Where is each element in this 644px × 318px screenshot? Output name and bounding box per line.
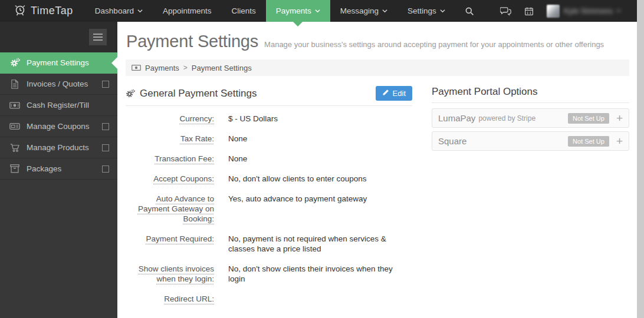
gears-icon [126,89,135,98]
nav-item-dashboard[interactable]: Dashboard [85,0,153,22]
general-settings-heading: General Payment Settings [126,88,257,100]
main-content: Payment Settings Manage your business's … [117,22,637,318]
plus-icon[interactable]: + [616,112,623,124]
avatar [547,5,560,18]
breadcrumb: Payments > Payment Settings [126,59,629,76]
sidebar-header [0,22,117,52]
chevron-down-icon [315,8,320,14]
sidebar: Payment Settings Invoices / Quotes Cash … [0,22,117,318]
field-show-invoices: Show clients invoices when they login: N… [126,264,412,284]
cash-icon [132,64,141,71]
field-label[interactable]: Currency: [126,114,214,124]
vertical-scrollbar[interactable] [637,0,644,318]
page-subtitle: Manage your business's settings around a… [264,40,604,49]
general-settings-fields: Currency: $ - US Dollars Tax Rate: None … [126,114,412,304]
popout-checkbox-icon[interactable] [102,123,109,130]
sidebar-item-packages[interactable]: Packages [0,158,117,180]
status-badge: Not Set Up [568,113,609,124]
brand-logo[interactable]: TimeTap [0,0,85,22]
breadcrumb-separator: > [183,64,188,72]
sidebar-item-manage-products[interactable]: Manage Products [0,137,117,158]
portal-suffix: powered by Stripe [478,114,535,122]
page: TimeTap Dashboard Appointments Clients P… [0,0,644,318]
gears-icon [8,58,21,68]
payment-portal-panel: Payment Portal Options LumaPay powered b… [432,86,629,314]
nav-item-settings[interactable]: Settings [397,0,455,22]
chevron-down-icon [382,8,387,14]
field-accept-coupons: Accept Coupons: No, don't allow clients … [126,174,412,184]
nav-menu: Dashboard Appointments Clients Payments … [85,0,455,22]
cart-icon [8,143,21,153]
calendar-icon[interactable] [524,6,534,16]
top-navbar: TimeTap Dashboard Appointments Clients P… [0,0,637,22]
user-menu[interactable]: Kyle Simmons [547,5,622,18]
field-value: None [228,154,247,164]
sidebar-item-manage-coupons[interactable]: Manage Coupons [0,116,117,137]
chevron-down-icon [616,8,622,14]
timetap-clock-icon [13,3,27,19]
payment-portal-heading: Payment Portal Options [432,86,538,98]
portal-name: Square [438,136,466,146]
field-label[interactable]: Auto Advance to Payment Gateway on Booki… [126,194,214,224]
field-value: No, don't show clients their invoices wh… [228,264,395,284]
portal-options-list: LumaPay powered by Stripe Not Set Up + S… [432,108,629,151]
sidebar-item-invoices-quotes[interactable]: Invoices / Quotes [0,74,117,95]
coupon-icon [8,122,21,130]
popout-checkbox-icon[interactable] [102,144,109,151]
field-currency: Currency: $ - US Dollars [126,114,412,124]
chevron-down-icon [137,8,143,14]
breadcrumb-link-payments[interactable]: Payments [145,64,179,72]
sidebar-item-label: Payment Settings [27,58,89,67]
sidebar-item-label: Invoices / Quotes [27,80,88,88]
field-value: No, don't allow clients to enter coupons [228,174,366,184]
sidebar-item-payment-settings[interactable]: Payment Settings [0,52,117,74]
nav-right-icons: Kyle Simmons [500,0,637,22]
cash-icon [8,101,21,110]
field-value: No, payment is not required when service… [228,234,395,254]
general-settings-panel: General Payment Settings Edit Currency: [126,86,412,314]
field-label[interactable]: Accept Coupons: [126,174,214,184]
field-transaction-fee: Transaction Fee: None [126,154,412,164]
sidebar-item-label: Manage Coupons [27,122,90,131]
nav-item-appointments[interactable]: Appointments [153,0,222,22]
messages-icon[interactable] [500,6,511,16]
field-tax-rate: Tax Rate: None [126,134,412,144]
field-label[interactable]: Payment Required: [126,234,214,254]
pencil-icon [382,89,389,98]
portal-name: LumaPay [438,113,475,123]
sidebar-item-cash-register[interactable]: Cash Register/Till [0,95,117,116]
nav-item-payments[interactable]: Payments [266,0,330,22]
breadcrumb-current: Payment Settings [192,64,252,72]
nav-item-clients[interactable]: Clients [221,0,265,22]
status-badge: Not Set Up [568,136,609,147]
page-title: Payment Settings [126,32,258,51]
package-icon [8,164,21,173]
plus-icon[interactable]: + [616,135,623,147]
sidebar-item-label: Packages [27,164,61,173]
field-label[interactable]: Tax Rate: [126,134,214,144]
portal-option-lumapay[interactable]: LumaPay powered by Stripe Not Set Up + [432,108,629,128]
nav-item-messaging[interactable]: Messaging [330,0,397,22]
brand-name: TimeTap [31,5,73,17]
field-value: $ - US Dollars [228,114,278,124]
field-label[interactable]: Show clients invoices when they login: [126,264,214,284]
search-icon[interactable] [455,0,484,22]
sidebar-item-label: Cash Register/Till [27,101,89,110]
sidebar-collapse-button[interactable] [89,29,107,45]
edit-button[interactable]: Edit [376,86,412,101]
popout-checkbox-icon[interactable] [102,165,109,173]
field-auto-advance: Auto Advance to Payment Gateway on Booki… [126,194,412,224]
chevron-down-icon [440,8,445,14]
field-value: None [228,134,247,144]
field-payment-required: Payment Required: No, payment is not req… [126,234,412,254]
popout-checkbox-icon[interactable] [102,81,109,88]
field-value: Yes, auto advance to payment gateway [228,194,367,224]
field-redirect-url: Redirect URL: [126,294,412,304]
sidebar-item-label: Manage Products [27,143,89,152]
user-name: Kyle Simmons [564,6,622,15]
portal-option-square[interactable]: Square Not Set Up + [432,131,629,151]
invoice-icon [8,80,21,89]
field-label[interactable]: Transaction Fee: [126,154,214,164]
field-label[interactable]: Redirect URL: [126,294,214,304]
